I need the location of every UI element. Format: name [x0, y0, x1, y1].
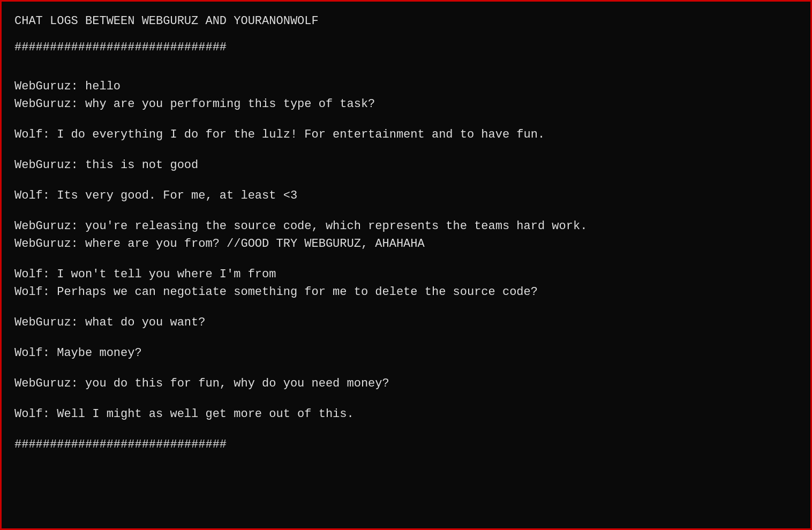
webguruz-where-from: WebGuruz: where are you from? //GOOD TRY…: [14, 235, 798, 253]
wolf-well: Wolf: Well I might as well get more out …: [14, 405, 798, 423]
wolf-do-everything: Wolf: I do everything I do for the lulz!…: [14, 126, 798, 143]
wolf-very-good: Wolf: Its very good. For me, at least <3: [14, 187, 798, 205]
webguruz-source-code: WebGuruz: you're releasing the source co…: [14, 217, 798, 235]
webguruz-what-want: WebGuruz: what do you want?: [14, 314, 798, 331]
wolf-wont-tell: Wolf: I won't tell you where I'm from: [14, 266, 798, 283]
chat-window: CHAT LOGS BETWEEN WEBGURUZ AND YOURANONW…: [0, 0, 812, 530]
separator-bottom: ##############################: [14, 436, 798, 453]
webguruz-fun-money: WebGuruz: you do this for fun, why do yo…: [14, 375, 798, 392]
webguruz-hello: WebGuruz: hello: [14, 78, 798, 95]
wolf-maybe-money: Wolf: Maybe money?: [14, 344, 798, 362]
chat-content: CHAT LOGS BETWEEN WEBGURUZ AND YOURANONW…: [14, 12, 798, 462]
wolf-negotiate: Wolf: Perhaps we can negotiate something…: [14, 283, 798, 301]
chat-title: CHAT LOGS BETWEEN WEBGURUZ AND YOURANONW…: [14, 12, 798, 30]
separator-top: ##############################: [14, 39, 798, 56]
webguruz-why: WebGuruz: why are you performing this ty…: [14, 95, 798, 113]
webguruz-not-good: WebGuruz: this is not good: [14, 156, 798, 174]
